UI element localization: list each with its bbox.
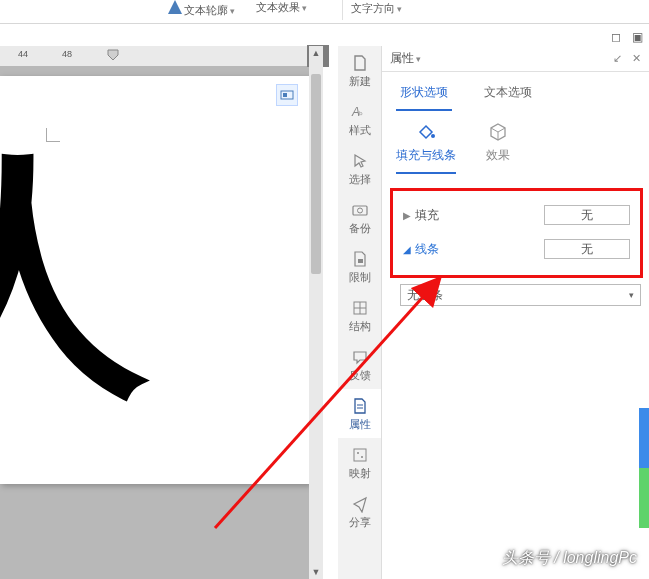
file-icon	[351, 54, 369, 72]
ribbon-text-direction[interactable]: 文字方向▾	[342, 0, 402, 20]
svg-rect-5	[353, 206, 367, 215]
horizontal-ruler[interactable]: 44 48 ▥	[0, 46, 323, 66]
chevron-down-icon: ▾	[300, 3, 307, 13]
page-canvas[interactable]: 人	[0, 76, 310, 484]
layout-options-button[interactable]	[276, 84, 298, 106]
style-icon: Aᵇ	[351, 103, 369, 121]
tab-shape-options[interactable]: 形状选项	[396, 78, 452, 111]
right-edge-handles[interactable]	[639, 408, 649, 528]
svg-rect-2	[283, 93, 287, 97]
sidebar-item-feedback[interactable]: 反馈	[338, 340, 381, 389]
document-area: 44 48 ▥ 人 ▲ ▼	[0, 46, 323, 579]
fill-section[interactable]: ▶ 填充 无	[403, 205, 630, 225]
sidebar-item-select[interactable]: 选择	[338, 144, 381, 193]
line-section[interactable]: ◢ 线条 无	[403, 239, 630, 259]
panel-subtabs: 填充与线条 效果	[382, 111, 649, 174]
sidebar-item-styles[interactable]: Aᵇ样式	[338, 95, 381, 144]
grid-icon	[351, 299, 369, 317]
sidebar-item-backup[interactable]: 备份	[338, 193, 381, 242]
tab-text-options[interactable]: 文本选项	[480, 78, 536, 111]
chevron-down-icon[interactable]: ▾	[416, 54, 421, 64]
indent-marker-icon[interactable]	[106, 48, 120, 62]
ribbon: 文本轮廓▾ 文本效果▾ 文字方向▾	[0, 0, 649, 24]
properties-icon	[351, 397, 369, 415]
scroll-thumb[interactable]	[311, 74, 321, 274]
svg-text:ᵇ: ᵇ	[359, 110, 363, 120]
a-icon	[168, 0, 182, 14]
ruler-mark: 44	[18, 49, 28, 59]
sidebar-item-share[interactable]: 分享	[338, 487, 381, 536]
lock-file-icon	[351, 250, 369, 268]
camera-icon	[351, 201, 369, 219]
side-rail: 新建 Aᵇ样式 选择 备份 限制 结构 反馈 属性 映射 分享	[338, 46, 382, 579]
chat-icon	[351, 348, 369, 366]
caret-down-icon: ◢	[403, 244, 411, 255]
fill-label: 填充	[415, 207, 544, 224]
svg-point-16	[431, 134, 435, 138]
sidebar-item-mapping[interactable]: 映射	[338, 438, 381, 487]
expand-panel-icon[interactable]: ↙	[613, 52, 622, 65]
ribbon-text-effects[interactable]: 文本效果▾	[256, 0, 307, 15]
panel-tabs: 形状选项 文本选项	[382, 72, 649, 111]
line-style-value: 无线条	[407, 287, 443, 304]
cube-icon	[487, 121, 509, 143]
wordart-glyph[interactable]: 人	[0, 146, 150, 406]
scroll-up-icon[interactable]: ▲	[309, 46, 323, 60]
highlight-box: ▶ 填充 无 ◢ 线条 无	[390, 188, 643, 278]
chevron-down-icon: ▾	[629, 290, 634, 300]
sidebar-item-new[interactable]: 新建	[338, 46, 381, 95]
sidebar-item-properties[interactable]: 属性	[338, 389, 381, 438]
subtab-effects[interactable]: 效果	[486, 121, 510, 174]
chevron-down-icon: ▾	[395, 4, 402, 14]
cursor-icon	[351, 152, 369, 170]
ribbon-text-outline[interactable]: 文本轮廓▾	[168, 0, 235, 18]
svg-point-14	[357, 452, 359, 454]
watermark: 头条号 / longlingPc	[502, 548, 637, 569]
svg-rect-13	[354, 449, 366, 461]
line-label: 线条	[415, 241, 544, 258]
paint-bucket-icon	[415, 121, 437, 143]
chevron-down-icon: ▾	[228, 6, 235, 16]
properties-panel: 属性▾ ↙ ✕ 形状选项 文本选项 填充与线条 效果 ▶ 填充 无 ◢ 线条 无…	[382, 46, 649, 579]
scroll-down-icon[interactable]: ▼	[309, 565, 323, 579]
mapping-icon	[351, 446, 369, 464]
caret-right-icon: ▶	[403, 210, 411, 221]
layout-icon	[280, 88, 294, 102]
subtab-fill-line[interactable]: 填充与线条	[396, 121, 456, 174]
vertical-scrollbar[interactable]: ▲ ▼	[309, 46, 323, 579]
svg-rect-7	[358, 259, 363, 263]
ruler-mark: 48	[62, 49, 72, 59]
svg-marker-0	[108, 50, 118, 60]
edge-handle-green[interactable]	[639, 468, 649, 528]
restore-icon[interactable]: ◻	[611, 30, 621, 44]
line-style-dropdown[interactable]: 无线条 ▾	[400, 284, 641, 306]
send-icon	[351, 495, 369, 513]
line-value-button[interactable]: 无	[544, 239, 630, 259]
svg-point-6	[357, 208, 362, 213]
panel-title: 属性	[390, 50, 414, 67]
edge-handle-blue[interactable]	[639, 408, 649, 468]
sidebar-item-structure[interactable]: 结构	[338, 291, 381, 340]
sidebar-item-restrict[interactable]: 限制	[338, 242, 381, 291]
close-icon[interactable]: ✕	[632, 52, 641, 65]
top-right-controls: ◻ ▣	[603, 30, 643, 44]
fill-value-button[interactable]: 无	[544, 205, 630, 225]
svg-point-15	[361, 456, 363, 458]
panel-header: 属性▾ ↙ ✕	[382, 46, 649, 72]
expand-icon[interactable]: ▣	[632, 30, 643, 44]
